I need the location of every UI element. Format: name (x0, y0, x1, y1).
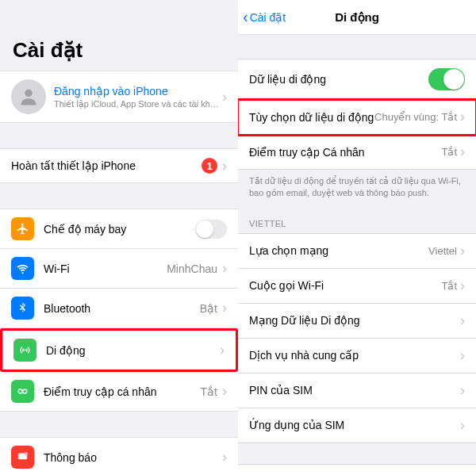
back-label: Cài đặt (250, 11, 286, 24)
cellular-data-row[interactable]: Dữ liệu di động (238, 59, 476, 100)
carrier-services-row[interactable]: Dịch vụ nhà cung cấp › (238, 339, 476, 373)
wifi-calling-row[interactable]: Cuộc gọi Wi-Fi Tắt › (238, 269, 476, 304)
airplane-toggle[interactable] (195, 220, 227, 239)
personal-hotspot-row[interactable]: Điểm truy cập Cá nhân Tắt › (238, 135, 476, 170)
chevron-right-icon: › (460, 312, 465, 329)
chevron-right-icon: › (460, 382, 465, 399)
notifications-row[interactable]: Thông báo › (0, 437, 238, 475)
nav-bar: ‹ Cài đặt Di động (238, 0, 476, 35)
chevron-right-icon: › (220, 342, 225, 358)
network-selection-row[interactable]: Lựa chọn mạng Viettel › (238, 233, 476, 269)
hotspot-label: Điểm truy cập cá nhân (44, 385, 201, 398)
svg-point-4 (25, 452, 28, 455)
sim-pin-row[interactable]: PIN của SIM › (238, 373, 476, 408)
chevron-right-icon: › (460, 417, 465, 434)
chevron-left-icon: ‹ (243, 8, 248, 26)
carrier-services-label: Dịch vụ nhà cung cấp (249, 349, 460, 362)
bluetooth-label: Bluetooth (44, 302, 200, 315)
chevron-right-icon: › (222, 89, 227, 105)
airplane-mode-row[interactable]: Chế độ máy bay (0, 209, 238, 249)
cellular-row[interactable]: Di động › (0, 328, 238, 372)
bluetooth-icon (11, 297, 34, 320)
cellular-data-toggle[interactable] (428, 68, 465, 90)
chevron-right-icon: › (222, 260, 227, 277)
airplane-label: Chế độ máy bay (44, 223, 195, 236)
sim-applications-label: Ứng dụng của SIM (249, 419, 460, 431)
cellular-data-options-label: Tùy chọn dữ liệu di động (249, 111, 374, 124)
page-title: Cài đặt (0, 0, 238, 71)
sign-in-row[interactable]: Đăng nhập vào iPhone Thiết lập iCloud, A… (0, 71, 238, 123)
settings-screen: Cài đặt Đăng nhập vào iPhone Thiết lập i… (0, 0, 238, 475)
airplane-icon (11, 217, 34, 240)
wifi-row[interactable]: Wi-Fi MinhChau › (0, 249, 238, 289)
wifi-calling-value: Tắt (441, 280, 457, 292)
cellular-detail-screen: ‹ Cài đặt Di động Dữ liệu di động Tùy ch… (238, 0, 476, 475)
bluetooth-value: Bật (200, 302, 217, 315)
chevron-right-icon: › (460, 144, 465, 160)
cellular-data-network-row[interactable]: Mạng Dữ liệu Di động › (238, 304, 476, 339)
hotspot-value: Tắt (201, 385, 217, 398)
sign-in-subtitle: Thiết lập iCloud, App Store và các tài k… (54, 99, 222, 109)
svg-point-2 (23, 389, 27, 393)
finish-setup-row[interactable]: Hoàn tất thiết lập iPhone 1 › (0, 148, 238, 183)
network-selection-value: Viettel (428, 245, 457, 257)
sign-in-title: Đăng nhập vào iPhone (54, 85, 222, 98)
wifi-icon (11, 257, 34, 280)
cellular-data-options-value: Chuyển vùng: Tắt (374, 111, 457, 123)
svg-point-1 (18, 389, 22, 393)
chevron-right-icon: › (222, 158, 227, 174)
sim-applications-row[interactable]: Ứng dụng của SIM › (238, 408, 476, 443)
chevron-right-icon: › (460, 278, 465, 294)
personal-hotspot-value: Tắt (441, 146, 457, 158)
network-selection-label: Lựa chọn mạng (249, 244, 428, 257)
chevron-right-icon: › (222, 300, 227, 316)
avatar-icon (11, 79, 46, 114)
sim-pin-label: PIN của SIM (249, 384, 460, 396)
personal-hotspot-label: Điểm truy cập Cá nhân (249, 146, 441, 159)
wifi-calling-label: Cuộc gọi Wi-Fi (249, 279, 441, 292)
cellular-data-network-label: Mạng Dữ liệu Di động (249, 314, 460, 327)
add-cellular-plan-row[interactable]: Thêm gói cước di động (238, 464, 476, 475)
cellular-footer-text: Tắt dữ liệu di động để truyền tất cả dữ … (238, 170, 476, 205)
hotspot-row[interactable]: Điểm truy cập cá nhân Tắt › (0, 372, 238, 412)
wifi-value: MinhChau (167, 262, 217, 275)
finish-setup-label: Hoàn tất thiết lập iPhone (11, 159, 202, 172)
bluetooth-row[interactable]: Bluetooth Bật › (0, 289, 238, 328)
chevron-right-icon: › (460, 109, 465, 125)
cellular-icon (13, 339, 36, 362)
nav-title: Di động (335, 10, 379, 25)
chevron-right-icon: › (460, 347, 465, 364)
notifications-icon (11, 446, 34, 469)
wifi-label: Wi-Fi (44, 262, 167, 275)
svg-point-0 (25, 90, 32, 97)
chevron-right-icon: › (460, 243, 465, 259)
chevron-right-icon: › (222, 449, 227, 465)
cellular-data-label: Dữ liệu di động (249, 73, 428, 86)
notifications-label: Thông báo (44, 451, 222, 464)
back-button[interactable]: ‹ Cài đặt (243, 8, 286, 26)
notification-badge: 1 (202, 158, 217, 174)
cellular-label: Di động (46, 344, 220, 357)
hotspot-icon (11, 380, 34, 403)
chevron-right-icon: › (222, 383, 227, 400)
cellular-data-options-row[interactable]: Tùy chọn dữ liệu di động Chuyển vùng: Tắ… (238, 100, 476, 135)
carrier-section-header: VIETTEL (238, 205, 476, 233)
